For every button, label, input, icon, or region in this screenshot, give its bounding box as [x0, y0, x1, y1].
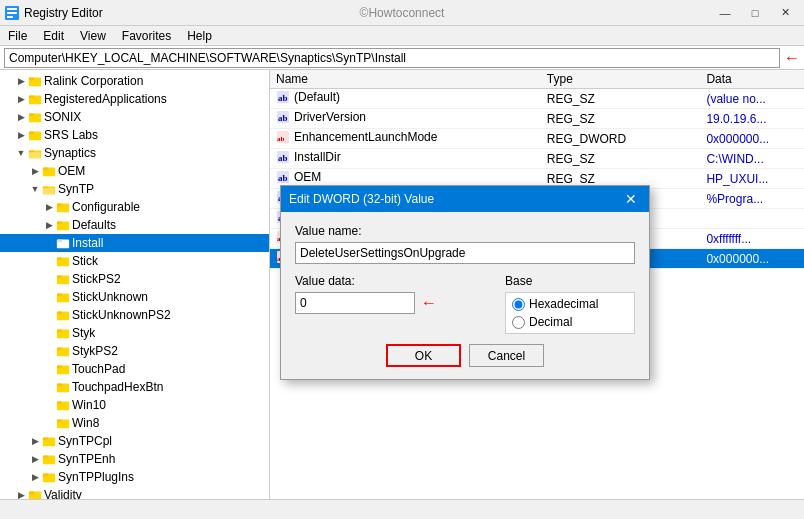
svg-text:ab: ab	[278, 113, 288, 123]
table-row[interactable]: ab EnhancementLaunchMode REG_DWORD 0x000…	[270, 129, 804, 149]
svg-rect-41	[57, 384, 62, 387]
base-radio-group: Hexadecimal Decimal	[505, 292, 635, 334]
folder-icon	[28, 128, 42, 142]
folder-icon	[56, 200, 70, 214]
svg-rect-5	[29, 78, 34, 81]
table-row[interactable]: ab (Default) REG_SZ (value no...	[270, 89, 804, 109]
table-row[interactable]: ab InstallDir REG_SZ C:\WIND...	[270, 149, 804, 169]
tree-item-srslabs[interactable]: ▶ SRS Labs	[0, 126, 269, 144]
svg-rect-19	[43, 188, 54, 194]
menu-favorites[interactable]: Favorites	[114, 26, 179, 46]
cancel-button[interactable]: Cancel	[469, 344, 544, 367]
tree-item-syntpenh[interactable]: ▶ SynTPEnh	[0, 450, 269, 468]
tree-item-syntpplugins[interactable]: ▶ SynTPPlugIns	[0, 468, 269, 486]
svg-rect-51	[43, 474, 48, 477]
tree-item-stickps2[interactable]: StickPS2	[0, 270, 269, 288]
dialog-body: Value name: Value data: ← Base Hexadecim…	[281, 212, 649, 379]
tree-item-validity[interactable]: ▶ Validity	[0, 486, 269, 499]
tree-item-stykps2[interactable]: StykPS2	[0, 342, 269, 360]
tree-item-syntpcpl[interactable]: ▶ SynTPCpl	[0, 432, 269, 450]
hexadecimal-radio[interactable]	[512, 298, 525, 311]
decimal-label: Decimal	[529, 315, 572, 329]
expand-icon: ▶	[14, 94, 28, 104]
tree-item-install[interactable]: Install	[0, 234, 269, 252]
tree-item-configurable[interactable]: ▶ Configurable	[0, 198, 269, 216]
folder-icon	[42, 164, 56, 178]
folder-icon	[56, 398, 70, 412]
ab-icon: ab	[276, 110, 290, 124]
maximize-button[interactable]: □	[740, 3, 770, 23]
menu-file[interactable]: File	[0, 26, 35, 46]
dialog-buttons: OK Cancel	[295, 344, 635, 367]
svg-rect-49	[43, 456, 48, 459]
tree-item-regapps[interactable]: ▶ RegisteredApplications	[0, 90, 269, 108]
base-section: Base Hexadecimal Decimal	[505, 274, 635, 334]
tree-label: Defaults	[72, 218, 116, 232]
val-type: REG_DWORD	[541, 129, 701, 149]
folder-icon	[56, 290, 70, 304]
watermark: ©Howtoconnect	[360, 6, 445, 20]
folder-icon	[56, 236, 70, 250]
value-name-input[interactable]	[295, 242, 635, 264]
tree-item-stickunknownps2[interactable]: StickUnknownPS2	[0, 306, 269, 324]
tree-item-synaptics[interactable]: ▼ Synaptics	[0, 144, 269, 162]
dialog-titlebar: Edit DWORD (32-bit) Value ✕	[281, 186, 649, 212]
svg-text:ab: ab	[278, 173, 288, 183]
tree-label: SynTPCpl	[58, 434, 112, 448]
menu-edit[interactable]: Edit	[35, 26, 72, 46]
menu-help[interactable]: Help	[179, 26, 220, 46]
expand-icon: ▶	[14, 76, 28, 86]
val-data: 0xfffffff...	[700, 229, 804, 249]
folder-icon	[56, 326, 70, 340]
tree-label: StickUnknown	[72, 290, 148, 304]
svg-text:ab: ab	[278, 93, 288, 103]
app-icon	[4, 5, 20, 21]
svg-rect-25	[57, 240, 62, 243]
tree-label: SynTPEnh	[58, 452, 115, 466]
tree-item-stickunknown[interactable]: StickUnknown	[0, 288, 269, 306]
svg-rect-29	[57, 276, 62, 279]
tree-item-styk[interactable]: Styk	[0, 324, 269, 342]
decimal-radio[interactable]	[512, 316, 525, 329]
tree-item-ralink[interactable]: ▶ Ralink Corporation	[0, 72, 269, 90]
hexadecimal-label: Hexadecimal	[529, 297, 598, 311]
close-button[interactable]: ✕	[770, 3, 800, 23]
tree-label: Configurable	[72, 200, 140, 214]
folder-icon	[56, 416, 70, 430]
val-data: 19.0.19.6...	[700, 109, 804, 129]
tree-label: SONIX	[44, 110, 81, 124]
dword-icon: ab	[276, 130, 290, 144]
svg-text:ab: ab	[277, 135, 285, 143]
tree-item-oem[interactable]: ▶ OEM	[0, 162, 269, 180]
expand-icon: ▶	[14, 130, 28, 140]
tree-item-stick[interactable]: Stick	[0, 252, 269, 270]
val-name: ab DriverVersion	[270, 109, 541, 129]
value-data-input[interactable]	[295, 292, 415, 314]
ab-icon: ab	[276, 150, 290, 164]
table-row[interactable]: ab DriverVersion REG_SZ 19.0.19.6...	[270, 109, 804, 129]
dialog-close-button[interactable]: ✕	[621, 189, 641, 209]
tree-item-defaults[interactable]: ▶ Defaults	[0, 216, 269, 234]
ok-button[interactable]: OK	[386, 344, 461, 367]
val-data: HP_UXUI...	[700, 169, 804, 189]
expand-icon: ▼	[14, 148, 28, 158]
folder-icon	[28, 110, 42, 124]
tree-label: SynTPPlugIns	[58, 470, 134, 484]
svg-rect-21	[57, 204, 62, 207]
tree-item-touchpadhexbtn[interactable]: TouchpadHexBtn	[0, 378, 269, 396]
tree-item-sonix[interactable]: ▶ SONIX	[0, 108, 269, 126]
tree-label: Win10	[72, 398, 106, 412]
menu-view[interactable]: View	[72, 26, 114, 46]
tree-item-win10[interactable]: Win10	[0, 396, 269, 414]
svg-rect-16	[43, 168, 48, 171]
svg-rect-37	[57, 348, 62, 351]
address-input[interactable]	[4, 48, 780, 68]
tree-item-touchpad[interactable]: TouchPad	[0, 360, 269, 378]
col-data: Data	[700, 70, 804, 89]
tree-label: RegisteredApplications	[44, 92, 167, 106]
tree-item-win8[interactable]: Win8	[0, 414, 269, 432]
minimize-button[interactable]: —	[710, 3, 740, 23]
window-controls: — □ ✕	[710, 3, 800, 23]
tree-label: Synaptics	[44, 146, 96, 160]
tree-item-syntp[interactable]: ▼ SynTP	[0, 180, 269, 198]
